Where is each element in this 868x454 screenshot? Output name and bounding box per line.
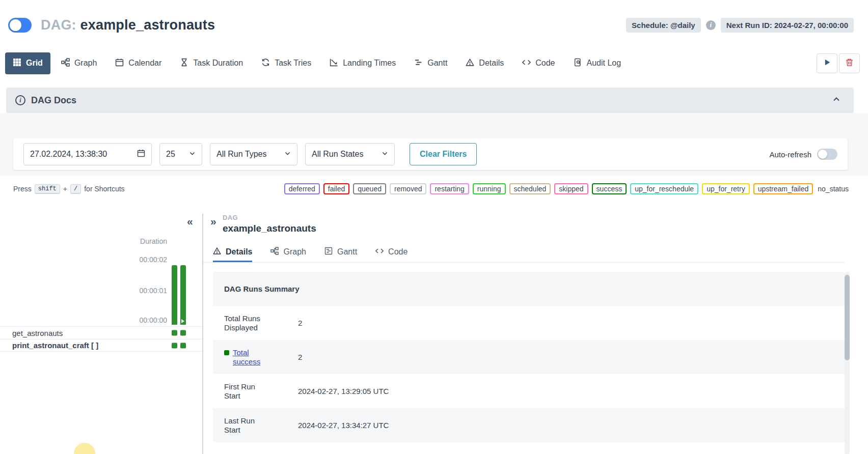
- row-label: Total Runs Displayed: [213, 308, 298, 338]
- clear-filters-button[interactable]: Clear Filters: [410, 143, 477, 165]
- delete-dag-button[interactable]: [839, 53, 860, 73]
- task-row[interactable]: get_astronauts: [0, 326, 202, 339]
- row-value: 2024-02-27, 13:29:05 UTC: [298, 387, 389, 395]
- airflow-dag-page: DAG: example_astronauts Schedule: @daily…: [0, 0, 868, 454]
- scrollbar-track[interactable]: [845, 272, 850, 454]
- toggle-knob: [818, 150, 827, 159]
- run-states-value: All Run States: [312, 150, 363, 159]
- page-size-select[interactable]: 25: [159, 143, 202, 165]
- task-list: get_astronauts print_astronaut_craft [ ]: [0, 326, 202, 352]
- status-badge-failed[interactable]: failed: [323, 183, 349, 194]
- row-label: Total success: [213, 342, 298, 373]
- calendar-icon: [115, 58, 124, 69]
- task-name: print_astronaut_craft [ ]: [12, 341, 98, 350]
- status-badge-deferred[interactable]: deferred: [284, 183, 320, 194]
- detail-kicker: DAG: [223, 214, 316, 221]
- task-instance-square[interactable]: [172, 343, 177, 348]
- detail-tab-gantt[interactable]: Gantt: [324, 243, 357, 262]
- nav-tab-label: Audit Log: [587, 59, 621, 68]
- filter-section: 27.02.2024, 13:38:30 25 All Run Types Al…: [0, 113, 868, 176]
- nav-tab-landing-times[interactable]: Landing Times: [322, 52, 403, 74]
- task-instance-squares: [172, 343, 186, 348]
- auto-refresh-label: Auto-refresh: [769, 150, 811, 159]
- nav-tab-audit-log[interactable]: Audit Log: [566, 52, 629, 74]
- detail-tab-graph[interactable]: Graph: [270, 243, 306, 262]
- retry-icon: [261, 58, 270, 69]
- dag-pause-toggle[interactable]: [8, 18, 32, 33]
- shortcuts-text: for Shortcuts: [84, 185, 124, 193]
- status-badge-up-for-reschedule[interactable]: up_for_reschedule: [630, 183, 698, 194]
- detail-tab-code[interactable]: Code: [375, 243, 408, 262]
- calendar-icon[interactable]: [137, 149, 145, 159]
- status-badge-success[interactable]: success: [592, 183, 627, 194]
- axis-tick: 00:00:02: [140, 256, 168, 264]
- detail-tab-label: Gantt: [337, 247, 357, 257]
- status-badge-upstream-failed[interactable]: upstream_failed: [753, 183, 813, 194]
- nav-tab-task-duration[interactable]: Task Duration: [172, 52, 251, 74]
- nav-tab-details[interactable]: Details: [458, 52, 511, 74]
- total-success-link[interactable]: Total success: [233, 348, 269, 366]
- grid-panel: Duration 00:00:02 00:00:01 00:00:00 get_…: [0, 214, 202, 454]
- status-badge-scheduled[interactable]: scheduled: [509, 183, 551, 194]
- status-badge-queued[interactable]: queued: [353, 183, 386, 194]
- hourglass-icon: [180, 58, 188, 69]
- base-date-value: 27.02.2024, 13:38:30: [30, 150, 107, 159]
- base-date-input[interactable]: 27.02.2024, 13:38:30: [23, 143, 152, 165]
- table-row: Total Runs Displayed 2: [213, 306, 845, 340]
- row-value: 2: [298, 319, 302, 327]
- task-instance-square[interactable]: [180, 330, 186, 336]
- code-icon: [375, 247, 384, 257]
- trigger-dag-button[interactable]: [817, 53, 837, 73]
- task-row[interactable]: print_astronaut_craft [ ]: [0, 339, 202, 352]
- landing-chart-icon: [330, 58, 338, 69]
- header-left: DAG: example_astronauts: [8, 17, 215, 33]
- task-instance-square[interactable]: [180, 343, 186, 348]
- legend-row: Press shift + / for Shortcuts deferred f…: [0, 183, 868, 195]
- schedule-info-icon[interactable]: i: [706, 20, 716, 30]
- nav-tab-grid[interactable]: Grid: [5, 52, 50, 74]
- detail-title: example_astronauts: [223, 223, 316, 234]
- run-states-select[interactable]: All Run States: [305, 143, 395, 165]
- dag-docs-accordion[interactable]: i DAG Docs: [6, 88, 854, 113]
- row-value: 2024-02-27, 13:34:27 UTC: [298, 421, 389, 430]
- nav-tab-gantt[interactable]: Gantt: [406, 52, 455, 74]
- scrollbar-thumb[interactable]: [845, 275, 850, 360]
- success-square-icon: [224, 350, 229, 355]
- status-badge-running[interactable]: running: [473, 183, 506, 194]
- grid-icon: [13, 58, 21, 69]
- gantt-icon: [414, 58, 423, 69]
- chevron-up-icon[interactable]: [832, 95, 840, 105]
- status-badge-skipped[interactable]: skipped: [554, 183, 588, 194]
- detail-tab-details[interactable]: Details: [213, 243, 252, 262]
- collapse-panel-button[interactable]: «: [187, 216, 193, 226]
- run-types-select[interactable]: All Run Types: [210, 143, 297, 165]
- status-badge-restarting[interactable]: restarting: [430, 183, 469, 194]
- detail-header: DAG example_astronauts: [223, 214, 316, 234]
- auto-refresh-toggle[interactable]: [817, 149, 837, 160]
- toggle-knob: [10, 19, 21, 31]
- detail-tab-label: Details: [226, 247, 252, 257]
- task-instance-square[interactable]: [172, 330, 177, 336]
- nav-tab-code[interactable]: Code: [514, 52, 562, 74]
- schedule-badge[interactable]: Schedule: @daily: [626, 18, 701, 33]
- nav-tab-graph[interactable]: Graph: [53, 52, 104, 74]
- dag-title-prefix: DAG:: [41, 17, 76, 33]
- code-icon: [522, 58, 531, 69]
- detail-panel: » DAG example_astronauts Details Graph G…: [203, 214, 868, 454]
- status-badge-up-for-retry[interactable]: up_for_retry: [702, 183, 749, 194]
- page-title: DAG: example_astronauts: [41, 17, 215, 33]
- nav-tab-calendar[interactable]: Calendar: [107, 52, 169, 74]
- nav-tab-label: Gantt: [427, 59, 447, 68]
- expand-panel-button[interactable]: »: [210, 216, 216, 226]
- status-badge-removed[interactable]: removed: [390, 183, 426, 194]
- table-header-row: DAG Runs Summary: [213, 272, 845, 306]
- nav-tab-label: Graph: [74, 59, 97, 68]
- dag-run-bar[interactable]: [172, 265, 177, 325]
- nav-tab-task-tries[interactable]: Task Tries: [254, 52, 319, 74]
- chevron-down-icon: [184, 150, 196, 159]
- play-icon: [823, 58, 831, 68]
- dag-run-bar[interactable]: [180, 265, 186, 325]
- warning-triangle-icon: [213, 247, 221, 257]
- status-legend: deferred failed queued removed restartin…: [284, 183, 850, 194]
- main-content: Duration 00:00:02 00:00:01 00:00:00 get_…: [0, 214, 868, 454]
